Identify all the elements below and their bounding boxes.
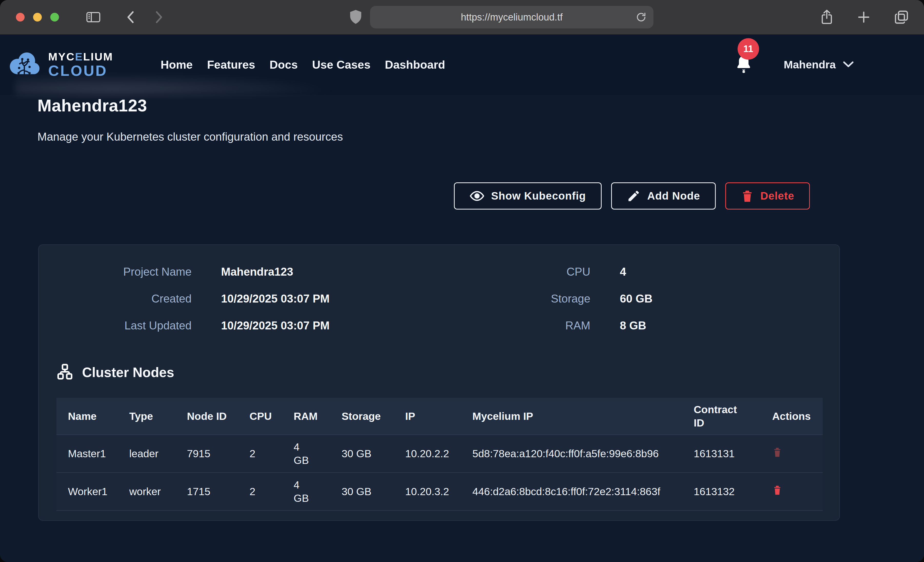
- tab-overview-icon[interactable]: [894, 9, 909, 25]
- nav-item-home[interactable]: Home: [160, 58, 193, 72]
- node-cell-nodeid: 1715: [176, 472, 238, 511]
- node-cell-ip: 10.20.3.2: [394, 472, 461, 511]
- nodes-table-header: NameTypeNode IDCPURAMStorageIPMycelium I…: [56, 398, 823, 435]
- privacy-shield-icon[interactable]: [349, 9, 362, 25]
- notifications-button[interactable]: 11: [735, 54, 753, 76]
- node-cell-name: Worker1: [56, 472, 118, 511]
- node-cell-mycip: 5d8:78ea:a120:f40c:ff0f:a5fe:99e6:8b96: [461, 435, 682, 472]
- info-label: RAM: [421, 319, 590, 332]
- trash-icon: [741, 189, 754, 203]
- project-info-right: CPU4Storage60 GBRAM8 GB: [421, 265, 652, 332]
- node-cell-storage: 30 GB: [330, 435, 394, 472]
- node-cell-type: leader: [118, 435, 176, 472]
- brand-e-accent: E: [75, 51, 83, 63]
- node-cell-storage: 30 GB: [330, 472, 394, 511]
- node-cell-contract: 1613131: [682, 435, 760, 472]
- reload-icon[interactable]: [636, 12, 647, 23]
- new-tab-icon[interactable]: [856, 10, 871, 25]
- column-header-storage: Storage: [330, 398, 394, 435]
- sidebar-toggle-icon[interactable]: [86, 11, 101, 23]
- eye-icon: [470, 188, 484, 203]
- close-window-button[interactable]: [16, 13, 25, 21]
- cluster-nodes-title: Cluster Nodes: [82, 365, 174, 380]
- nav-item-dashboard[interactable]: Dashboard: [385, 58, 445, 72]
- node-cell-contract: 1613132: [682, 472, 760, 511]
- node-cell-mycip: 446:d2a6:8bcd:8c16:ff0f:72e2:3114:863f: [461, 472, 682, 511]
- network-nodes-icon: [56, 363, 74, 381]
- column-header-mycip: Mycelium IP: [461, 398, 682, 435]
- chevron-down-icon: [843, 60, 854, 69]
- delete-node-icon[interactable]: [772, 447, 783, 458]
- delete-node-icon[interactable]: [772, 484, 783, 496]
- node-cell-type: worker: [118, 472, 176, 511]
- back-icon[interactable]: [125, 10, 136, 24]
- column-header-type: Type: [118, 398, 176, 435]
- nodes-table: NameTypeNode IDCPURAMStorageIPMycelium I…: [56, 398, 823, 511]
- main-nav: HomeFeaturesDocsUse CasesDashboard: [160, 58, 445, 72]
- cluster-nodes-heading: Cluster Nodes: [56, 363, 174, 381]
- pencil-icon: [627, 189, 640, 203]
- nav-item-features[interactable]: Features: [207, 58, 255, 72]
- browser-window: https://myceliumcloud.tf Mahendra123 Man…: [0, 0, 924, 562]
- node-actions-cell: [760, 472, 823, 511]
- column-header-contract: Contract ID: [682, 398, 760, 435]
- share-icon[interactable]: [820, 9, 834, 25]
- column-header-nodeid: Node ID: [176, 398, 238, 435]
- zoom-window-button[interactable]: [50, 13, 59, 21]
- page-title: Mahendra123: [38, 96, 147, 115]
- info-label: Storage: [421, 292, 590, 305]
- node-cell-ram: 4 GB: [282, 435, 330, 472]
- column-header-actions: Actions: [760, 398, 823, 435]
- info-value: 4: [620, 265, 652, 278]
- column-header-cpu: CPU: [238, 398, 282, 435]
- nav-item-use-cases[interactable]: Use Cases: [312, 58, 370, 72]
- info-label: CPU: [421, 265, 590, 278]
- address-bar[interactable]: https://myceliumcloud.tf: [370, 6, 654, 28]
- info-value: 10/29/2025 03:07 PM: [221, 292, 330, 305]
- info-value: 60 GB: [620, 292, 652, 305]
- page-content: Mahendra123 Manage your Kubernetes clust…: [0, 34, 924, 562]
- node-cell-ip: 10.20.2.2: [394, 435, 461, 472]
- bell-icon: [735, 71, 753, 75]
- node-actions-cell: [760, 435, 823, 472]
- project-info-left: Project NameMahendra123Created10/29/2025…: [39, 265, 330, 332]
- info-value: 8 GB: [620, 319, 652, 332]
- show-kubeconfig-button[interactable]: Show Kubeconfig: [454, 182, 602, 209]
- cluster-actions: Show Kubeconfig Add Node Delete: [454, 182, 810, 209]
- page-subtitle: Manage your Kubernetes cluster configura…: [38, 130, 343, 143]
- node-cell-cpu: 2: [238, 435, 282, 472]
- node-row-worker1: Worker1worker171524 GB30 GB10.20.3.2446:…: [56, 472, 823, 511]
- delete-cluster-button[interactable]: Delete: [725, 182, 810, 209]
- notification-badge: 11: [738, 38, 759, 60]
- site-header: MYCELIUM CLOUD HomeFeaturesDocsUse Cases…: [0, 34, 924, 95]
- info-label: Project Name: [39, 265, 192, 278]
- info-label: Last Updated: [39, 319, 192, 332]
- nav-item-docs[interactable]: Docs: [270, 58, 298, 72]
- node-cell-name: Master1: [56, 435, 118, 472]
- url-text: https://myceliumcloud.tf: [461, 12, 562, 23]
- add-node-button[interactable]: Add Node: [611, 182, 716, 209]
- forward-icon[interactable]: [153, 10, 164, 24]
- column-header-ram: RAM: [282, 398, 330, 435]
- minimize-window-button[interactable]: [33, 13, 42, 21]
- info-value: 10/29/2025 03:07 PM: [221, 319, 330, 332]
- column-header-name: Name: [56, 398, 118, 435]
- traffic-lights: [16, 13, 59, 21]
- node-cell-cpu: 2: [238, 472, 282, 511]
- cluster-info-card: Project NameMahendra123Created10/29/2025…: [38, 244, 840, 521]
- info-label: Created: [39, 292, 192, 305]
- user-menu[interactable]: Mahendra: [784, 58, 854, 71]
- browser-toolbar: https://myceliumcloud.tf: [0, 0, 924, 34]
- node-row-master1: Master1leader791524 GB30 GB10.20.2.25d8:…: [56, 435, 823, 472]
- user-name: Mahendra: [784, 58, 836, 71]
- column-header-ip: IP: [394, 398, 461, 435]
- node-cell-nodeid: 7915: [176, 435, 238, 472]
- blurred-title-smudge: [15, 73, 339, 95]
- info-value: Mahendra123: [221, 265, 330, 278]
- node-cell-ram: 4 GB: [282, 472, 330, 511]
